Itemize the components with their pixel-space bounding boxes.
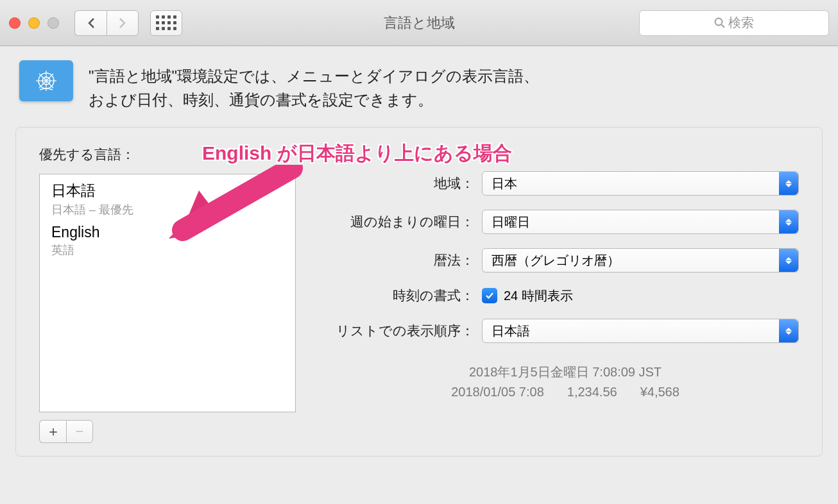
week-start-label: 週の始まりの曜日： xyxy=(332,213,482,231)
search-placeholder: 検索 xyxy=(728,14,754,31)
language-item[interactable]: 日本語 日本語 – 最優先 xyxy=(40,178,295,221)
header-line1: "言語と地域"環境設定では、メニューとダイアログの表示言語、 xyxy=(89,64,539,88)
search-icon xyxy=(714,17,726,29)
search-wrap: 検索 xyxy=(639,10,829,36)
time-format-row: 時刻の書式： 24 時間表示 xyxy=(332,287,799,305)
settings-panel: English が日本語より上にある場合 優先する言語： 日本語 日本語 – 最… xyxy=(15,127,823,457)
select-arrows-icon xyxy=(779,210,798,233)
week-start-row: 週の始まりの曜日： 日曜日 xyxy=(332,210,799,234)
region-select[interactable]: 日本 xyxy=(482,171,799,196)
header-description: "言語と地域"環境設定では、メニューとダイアログの表示言語、 および日付、時刻、… xyxy=(89,60,539,112)
svg-line-1 xyxy=(722,24,725,28)
format-example: 2018年1月5日金曜日 7:08:09 JST 2018/01/05 7:08… xyxy=(332,362,799,402)
checkmark-icon xyxy=(485,291,494,300)
language-name: English xyxy=(51,224,284,241)
example-date: 2018/01/05 7:08 xyxy=(451,382,544,402)
minimize-window-button[interactable] xyxy=(28,17,40,29)
sort-order-value: 日本語 xyxy=(492,323,530,340)
right-column: 地域： 日本 週の始まりの曜日： 日曜日 暦法： xyxy=(332,146,799,443)
content: "言語と地域"環境設定では、メニューとダイアログの表示言語、 および日付、時刻、… xyxy=(0,46,838,471)
un-flag-icon xyxy=(19,60,73,101)
week-start-value: 日曜日 xyxy=(492,214,530,231)
calendar-value: 西暦（グレゴリオ暦） xyxy=(492,252,620,269)
titlebar: 言語と地域 検索 xyxy=(0,0,838,46)
calendar-label: 暦法： xyxy=(332,251,482,269)
example-currency: ¥4,568 xyxy=(640,382,680,402)
sort-order-label: リストでの表示順序： xyxy=(332,322,482,340)
left-column: 優先する言語： 日本語 日本語 – 最優先 English 英語 ＋ − xyxy=(39,146,296,443)
calendar-select[interactable]: 西暦（グレゴリオ暦） xyxy=(482,248,799,273)
region-label: 地域： xyxy=(332,174,482,192)
region-value: 日本 xyxy=(492,175,517,192)
language-subtext: 英語 xyxy=(51,242,284,258)
time-format-label: 時刻の書式： xyxy=(332,287,482,305)
language-item[interactable]: English 英語 xyxy=(40,221,295,262)
language-list[interactable]: 日本語 日本語 – 最優先 English 英語 xyxy=(39,174,296,412)
zoom-window-button[interactable] xyxy=(47,17,59,29)
add-language-button[interactable]: ＋ xyxy=(39,420,66,443)
example-line1: 2018年1月5日金曜日 7:08:09 JST xyxy=(332,362,799,382)
annotation-text: English が日本語より上にある場合 xyxy=(202,140,512,167)
time-format-checkbox-row: 24 時間表示 xyxy=(482,287,799,305)
close-window-button[interactable] xyxy=(9,17,21,29)
back-button[interactable] xyxy=(74,10,107,36)
time-24h-label: 24 時間表示 xyxy=(504,287,573,305)
minus-icon: − xyxy=(76,423,84,440)
grid-icon xyxy=(156,15,176,30)
sort-order-select[interactable]: 日本語 xyxy=(482,319,799,343)
search-input[interactable]: 検索 xyxy=(639,10,829,36)
language-subtext: 日本語 – 最優先 xyxy=(51,202,284,217)
select-arrows-icon xyxy=(779,249,798,272)
select-arrows-icon xyxy=(779,319,798,342)
header-row: "言語と地域"環境設定では、メニューとダイアログの表示言語、 および日付、時刻、… xyxy=(15,60,823,112)
select-arrows-icon xyxy=(779,172,798,195)
region-row: 地域： 日本 xyxy=(332,171,799,196)
calendar-row: 暦法： 西暦（グレゴリオ暦） xyxy=(332,248,799,273)
header-line2: および日付、時刻、通貨の書式を設定できます。 xyxy=(89,88,539,112)
plus-icon: ＋ xyxy=(46,422,60,441)
remove-language-button[interactable]: − xyxy=(66,420,93,443)
example-number: 1,234.56 xyxy=(567,382,617,402)
show-all-button[interactable] xyxy=(150,10,182,36)
nav-group xyxy=(74,10,139,36)
list-controls: ＋ − xyxy=(39,420,296,443)
forward-button[interactable] xyxy=(107,10,139,36)
week-start-select[interactable]: 日曜日 xyxy=(482,210,799,234)
window-controls xyxy=(9,17,59,29)
svg-point-0 xyxy=(715,18,723,25)
time-24h-checkbox[interactable] xyxy=(482,288,497,303)
sort-order-row: リストでの表示順序： 日本語 xyxy=(332,319,799,343)
language-name: 日本語 xyxy=(51,181,284,201)
window-title: 言語と地域 xyxy=(384,13,455,33)
